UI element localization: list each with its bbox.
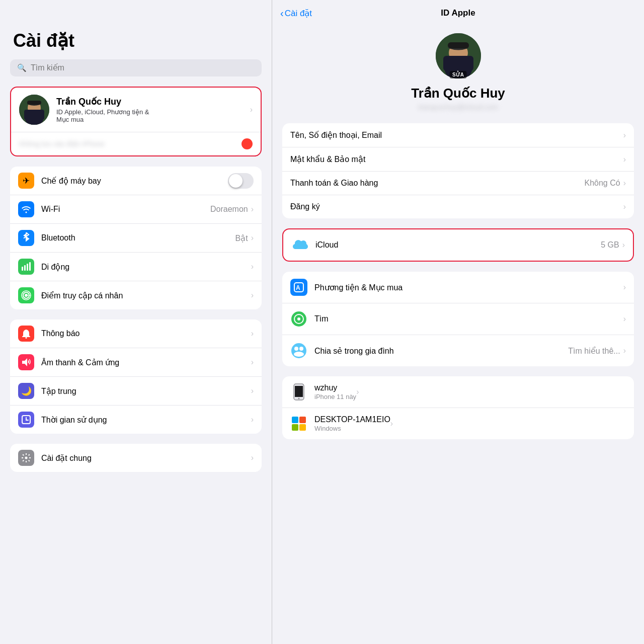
back-button[interactable]: ‹ Cài đặt	[280, 8, 312, 19]
bluetooth-value: Bật	[235, 233, 248, 243]
settings-item-hotspot[interactable]: Điểm truy cập cá nhân ›	[10, 281, 262, 309]
device-desktop-info: DESKTOP-1AM1EIO Windows	[314, 415, 390, 432]
find-chevron: ›	[623, 314, 626, 324]
right-header-title: ID Apple	[441, 8, 475, 18]
right-item-media[interactable]: A Phương tiện & Mục mua ›	[282, 272, 634, 303]
payment-label: Thanh toán & Giao hàng	[290, 179, 585, 188]
device-wzhuy-name: wzhuy	[314, 383, 356, 392]
right-group-account: Tên, Số điện thoại, Email › Mật khẩu & B…	[282, 123, 634, 218]
payment-value: Không Có	[585, 179, 620, 188]
svg-rect-8	[27, 264, 28, 271]
svg-rect-21	[443, 56, 473, 71]
device-desktop-sub: Windows	[314, 425, 390, 432]
profile-row[interactable]: Trần Quốc Huy ID Apple, iCloud, Phương t…	[11, 88, 261, 132]
bluetooth-icon	[18, 230, 34, 246]
cellular-icon	[18, 259, 34, 275]
name-phone-chevron: ›	[623, 131, 626, 140]
profile-sub: ID Apple, iCloud, Phương tiện &Mục mua	[56, 108, 250, 123]
general-chevron: ›	[251, 453, 254, 462]
right-group-devices: wzhuy iPhone 11 này › DESKTOP-1AM1EIO Wi…	[282, 376, 634, 439]
settings-item-wifi[interactable]: Wi-Fi Doraemon ›	[10, 195, 262, 224]
password-label: Mật khẩu & Bảo mật	[290, 154, 623, 164]
search-bar[interactable]: 🔍	[10, 59, 262, 76]
svg-rect-37	[299, 417, 306, 423]
svg-marker-15	[22, 358, 27, 366]
notification-row[interactable]: Không lưu vào điện iPhone	[11, 132, 261, 155]
right-item-family[interactable]: Chia sẻ trong gia đình Tìm hiểu thê... ›	[282, 335, 634, 366]
wifi-icon	[18, 201, 34, 217]
svg-rect-36	[292, 417, 298, 423]
right-item-device-wzhuy[interactable]: wzhuy iPhone 11 này ›	[282, 376, 634, 408]
focus-chevron: ›	[251, 386, 254, 395]
screentime-label: Thời gian sử dụng	[41, 415, 251, 425]
right-item-name-phone[interactable]: Tên, Số điện thoại, Email ›	[282, 123, 634, 147]
sounds-label: Âm thanh & Cảm ứng	[41, 358, 251, 367]
device-wzhuy-chevron: ›	[356, 387, 359, 396]
settings-item-focus[interactable]: 🌙 Tập trung ›	[10, 377, 262, 406]
device-wzhuy-sub: iPhone 11 này	[314, 393, 356, 400]
right-panel: ‹ Cài đặt ID Apple SỬA Trần Quốc Huy tra…	[272, 0, 644, 644]
svg-rect-39	[299, 424, 306, 431]
icloud-chevron: ›	[622, 240, 625, 250]
icloud-value: 5 GB	[601, 240, 619, 250]
icloud-group: iCloud 5 GB ›	[282, 228, 634, 262]
svg-rect-5	[27, 101, 41, 105]
bluetooth-chevron: ›	[251, 233, 254, 243]
family-icon	[290, 342, 307, 359]
device-wzhuy-info: wzhuy iPhone 11 này	[314, 383, 356, 400]
device-iphone-icon	[290, 383, 307, 400]
notifications-chevron: ›	[251, 329, 254, 338]
media-chevron: ›	[623, 283, 626, 292]
svg-rect-3	[24, 110, 44, 120]
settings-item-notifications[interactable]: Thông báo ›	[10, 319, 262, 348]
airplane-label: Chế độ máy bay	[41, 176, 228, 186]
right-item-password[interactable]: Mật khẩu & Bảo mật ›	[282, 147, 634, 172]
settings-item-cellular[interactable]: Di động ›	[10, 253, 262, 281]
svg-point-31	[299, 347, 303, 351]
right-item-device-desktop[interactable]: DESKTOP-1AM1EIO Windows ›	[282, 408, 634, 439]
settings-item-sounds[interactable]: Âm thanh & Cảm ứng ›	[10, 348, 262, 377]
svg-rect-6	[22, 267, 23, 271]
settings-item-bluetooth[interactable]: Bluetooth Bật ›	[10, 224, 262, 253]
find-label: Tìm	[314, 314, 623, 324]
family-chevron: ›	[623, 346, 626, 355]
general-label: Cài đặt chung	[41, 453, 251, 463]
right-item-payment[interactable]: Thanh toán & Giao hàng Không Có ›	[282, 172, 634, 195]
search-input[interactable]	[31, 63, 255, 72]
settings-item-airplane[interactable]: ✈ Chế độ máy bay	[10, 167, 262, 195]
airplane-icon: ✈	[18, 173, 34, 189]
right-item-find[interactable]: Tìm ›	[282, 303, 634, 335]
bluetooth-label: Bluetooth	[41, 233, 235, 243]
wifi-chevron: ›	[251, 205, 254, 214]
right-avatar-wrap[interactable]: SỬA	[436, 33, 481, 78]
payment-chevron: ›	[623, 179, 626, 188]
hotspot-icon	[18, 287, 34, 303]
notifications-icon	[18, 326, 34, 342]
hotspot-chevron: ›	[251, 291, 254, 300]
svg-rect-7	[24, 265, 26, 271]
notifications-label: Thông báo	[41, 329, 251, 338]
right-item-icloud[interactable]: iCloud 5 GB ›	[283, 229, 633, 261]
svg-point-32	[294, 352, 304, 357]
profile-card[interactable]: Trần Quốc Huy ID Apple, iCloud, Phương t…	[10, 87, 262, 156]
toggle-knob	[229, 174, 243, 188]
wifi-label: Wi-Fi	[41, 205, 210, 214]
svg-point-17	[25, 457, 28, 459]
right-profile-section: SỬA Trần Quốc Huy tranquochuy@icloud.com	[272, 23, 644, 123]
svg-rect-38	[292, 424, 298, 431]
device-desktop-name: DESKTOP-1AM1EIO	[314, 415, 390, 424]
right-item-subscriptions[interactable]: Đăng ký ›	[282, 195, 634, 218]
profile-chevron: ›	[250, 105, 253, 114]
settings-item-screentime[interactable]: Thời gian sử dụng ›	[10, 406, 262, 434]
focus-icon: 🌙	[18, 383, 34, 399]
device-windows-icon	[290, 415, 307, 432]
settings-item-general[interactable]: Cài đặt chung ›	[10, 444, 262, 472]
icloud-icon	[291, 236, 308, 254]
avatar	[19, 95, 49, 125]
right-profile-name: Trần Quốc Huy	[411, 86, 505, 101]
focus-label: Tập trung	[41, 386, 251, 396]
airplane-toggle[interactable]	[228, 173, 254, 189]
back-label: Cài đặt	[285, 8, 312, 19]
subscriptions-label: Đăng ký	[290, 202, 623, 211]
search-icon: 🔍	[17, 63, 27, 72]
